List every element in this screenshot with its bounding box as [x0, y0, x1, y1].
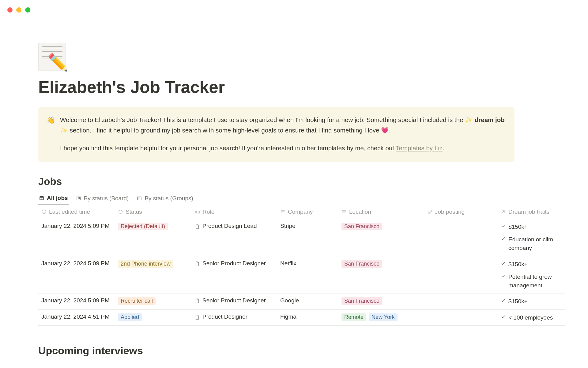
page-icon[interactable]: ✏️ — [38, 43, 66, 71]
location-badge: Remote — [341, 313, 366, 321]
cell-last-edited: January 22, 2024 5:09 PM — [38, 256, 115, 270]
cell-last-edited: January 22, 2024 5:09 PM — [38, 293, 115, 308]
list-icon — [341, 209, 347, 214]
close-window-button[interactable] — [7, 7, 13, 13]
cell-job-posting[interactable] — [424, 219, 498, 226]
trait-item: < 100 employees — [501, 313, 562, 322]
link-icon — [427, 209, 432, 214]
callout-text: section. I find it helpful to ground my … — [68, 127, 381, 134]
view-tab-by-status-board-[interactable]: By status (Board) — [75, 192, 130, 205]
table-row[interactable]: January 22, 2024 5:09 PM2nd Phone interv… — [38, 256, 565, 294]
page-title[interactable]: Elizabeth's Job Tracker — [38, 77, 579, 97]
trait-item: $150k+ — [501, 260, 562, 269]
cell-traits[interactable]: $150k+Education or clim company — [498, 219, 565, 256]
callout-text: I hope you find this template helpful fo… — [60, 144, 396, 151]
col-company[interactable]: Company — [277, 205, 338, 219]
fullscreen-window-button[interactable] — [25, 7, 30, 13]
cell-status[interactable]: Rejected (Default) — [115, 219, 191, 234]
svg-point-7 — [342, 211, 343, 211]
dream-job-bold: dream job — [475, 116, 505, 123]
cell-traits[interactable]: $150k+Potential to grow management — [498, 256, 565, 293]
aa-icon: Aa — [194, 209, 200, 214]
lines-icon — [280, 209, 285, 214]
col-job-posting[interactable]: Job posting — [424, 205, 498, 219]
sparkle-icon: ✨ — [465, 116, 473, 123]
table-header-row: Last edited time Status AaRole Company L… — [38, 205, 565, 219]
trait-item: Education or clim company — [501, 235, 562, 252]
svg-point-8 — [342, 212, 343, 212]
col-role[interactable]: AaRole — [191, 205, 277, 219]
cell-company: Figma — [277, 310, 338, 324]
table-row[interactable]: January 22, 2024 5:09 PMRejected (Defaul… — [38, 219, 565, 256]
welcome-callout[interactable]: 👋 Welcome to Elizabeth's Job Tracker! Th… — [38, 107, 514, 162]
callout-text: Welcome to Elizabeth's Job Tracker! This… — [60, 116, 465, 123]
wave-icon: 👋 — [47, 115, 55, 153]
svg-point-9 — [342, 213, 343, 213]
check-icon — [501, 261, 506, 266]
cell-status[interactable]: Applied — [115, 310, 191, 325]
board-icon — [76, 196, 81, 201]
cell-location[interactable]: San Francisco — [338, 293, 424, 309]
cell-role[interactable]: Senior Product Designer — [191, 256, 277, 270]
role-title: Product Designer — [202, 313, 247, 320]
cell-job-posting[interactable] — [424, 310, 498, 317]
trait-item: Potential to grow management — [501, 273, 562, 289]
svg-rect-4 — [138, 197, 141, 200]
check-icon — [501, 274, 506, 279]
cell-traits[interactable]: $150k+ — [498, 293, 565, 309]
role-title: Product Design Lead — [202, 223, 257, 229]
cell-location[interactable]: Remote New York — [338, 310, 424, 325]
callout-body: Welcome to Elizabeth's Job Tracker! This… — [60, 115, 506, 153]
clock-icon — [41, 209, 47, 214]
view-tabs: All jobsBy status (Board)By status (Grou… — [38, 192, 565, 205]
cell-company: Stripe — [277, 219, 338, 233]
view-tab-all-jobs[interactable]: All jobs — [38, 192, 69, 205]
cell-status[interactable]: 2nd Phone interview — [115, 256, 191, 271]
templates-by-liz-link[interactable]: Templates by Liz — [396, 144, 443, 151]
svg-rect-0 — [40, 197, 43, 200]
role-title: Senior Product Designer — [202, 260, 266, 267]
check-icon — [501, 298, 506, 303]
location-badge: San Francisco — [341, 260, 382, 268]
view-tab-by-status-groups-[interactable]: By status (Groups) — [136, 192, 194, 205]
cell-location[interactable]: San Francisco — [338, 219, 424, 234]
status-icon — [118, 209, 123, 214]
cell-job-posting[interactable] — [424, 256, 498, 264]
location-badge: San Francisco — [341, 297, 382, 305]
check-icon — [501, 224, 506, 229]
cell-role[interactable]: Product Designer — [191, 310, 277, 324]
minimize-window-button[interactable] — [16, 7, 21, 13]
cell-role[interactable]: Senior Product Designer — [191, 293, 277, 308]
cell-role[interactable]: Product Design Lead — [191, 219, 277, 233]
callout-text: . — [443, 144, 444, 151]
arrow-icon — [501, 209, 506, 214]
upcoming-interviews-heading[interactable]: Upcoming interviews — [38, 345, 579, 357]
cell-last-edited: January 22, 2024 4:51 PM — [38, 310, 115, 324]
cell-job-posting[interactable] — [424, 293, 498, 301]
svg-rect-2 — [78, 197, 80, 199]
sparkle-icon: ✨ — [60, 127, 68, 134]
trait-item: $150k+ — [501, 297, 562, 306]
table-icon — [137, 196, 142, 201]
page-icon — [194, 223, 200, 229]
jobs-table: Last edited time Status AaRole Company L… — [38, 205, 565, 326]
table-row[interactable]: January 22, 2024 4:51 PMAppliedProduct D… — [38, 310, 565, 326]
col-location[interactable]: Location — [338, 205, 424, 219]
svg-rect-1 — [77, 197, 78, 200]
status-badge: Recruiter call — [118, 297, 156, 305]
jobs-heading[interactable]: Jobs — [38, 176, 579, 187]
page-icon — [194, 314, 200, 320]
cell-location[interactable]: San Francisco — [338, 256, 424, 271]
cell-status[interactable]: Recruiter call — [115, 293, 191, 309]
location-badge: New York — [369, 313, 398, 321]
col-dream-traits[interactable]: Dream job traits — [498, 205, 565, 219]
cell-last-edited: January 22, 2024 5:09 PM — [38, 219, 115, 233]
page-icon — [194, 298, 200, 304]
table-icon — [39, 195, 44, 201]
location-badge: San Francisco — [341, 223, 382, 230]
col-last-edited[interactable]: Last edited time — [38, 205, 115, 219]
table-row[interactable]: January 22, 2024 5:09 PMRecruiter callSe… — [38, 293, 565, 310]
cell-traits[interactable]: < 100 employees — [498, 310, 565, 326]
trait-item: $150k+ — [501, 223, 562, 231]
col-status[interactable]: Status — [115, 205, 191, 219]
